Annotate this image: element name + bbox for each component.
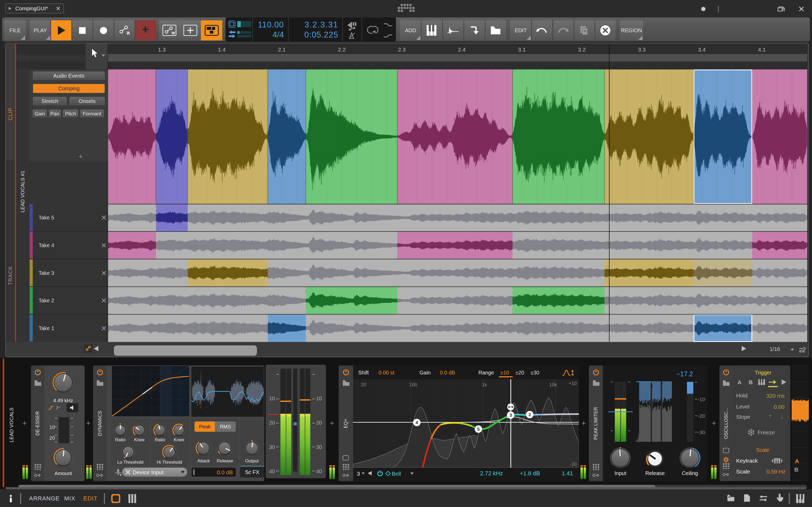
svg-text:+10: +10 [568,381,577,386]
svg-text:W: W [171,31,175,35]
svg-text:100: 100 [409,382,417,387]
svg-text:1k: 1k [482,382,487,387]
svg-text:3: 3 [509,413,512,418]
svg-text:4: 4 [415,420,418,425]
svg-text:5: 5 [477,427,479,432]
svg-text:20: 20 [361,382,366,387]
svg-text:10k: 10k [549,382,557,387]
svg-text:2: 2 [528,412,531,417]
svg-text:W: W [126,31,130,36]
svg-text:-10: -10 [570,462,577,467]
